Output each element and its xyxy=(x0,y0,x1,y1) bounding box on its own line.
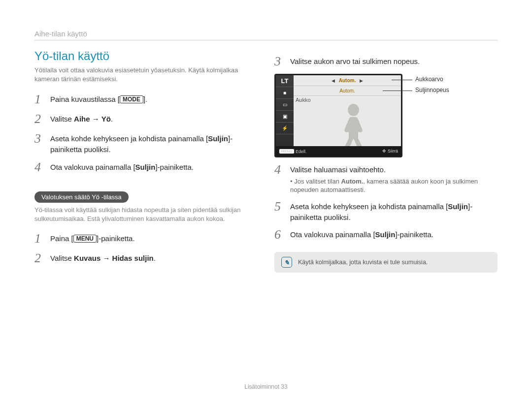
step-text: Valitse haluamasi vaihtoehto. • Jos vali… xyxy=(290,162,498,194)
step-text: Valitse Aihe → Yö. xyxy=(50,112,113,124)
shutter-value: Autom. xyxy=(294,86,401,96)
step-1b: 1 Paina [MENU]-painiketta. xyxy=(34,231,258,246)
left-column: Yö-tilan käyttö Yötilalla voit ottaa val… xyxy=(34,49,258,273)
step-text: Aseta kohde kehykseen ja kohdista painam… xyxy=(290,199,498,223)
step-text: Valitse Kuvaus → Hidas suljin. xyxy=(50,251,156,264)
subsection-pill: Valotuksen säätö Yö -tilassa xyxy=(34,191,129,203)
lcd-bottom-bar: MENU Edell. ✥ Siirrä xyxy=(276,146,401,156)
note-text: Käytä kolmijalkaa, jotta kuvista ei tule… xyxy=(298,259,428,266)
step-subnote: • Jos valitset tilan Autom., kamera säät… xyxy=(290,177,498,194)
lcd-top-row: ◀ Autom. ▶ xyxy=(294,75,401,86)
legend-line-1 xyxy=(392,80,412,80)
camera-lcd: LT ■ ▭ ▣ ⚡ ◀ Autom. ▶ xyxy=(274,74,402,157)
step-3r: 3 Valitse aukon arvo tai sulkimen nopeus… xyxy=(274,54,498,69)
lt-badge: LT xyxy=(276,75,294,87)
info-icon: ✎ xyxy=(281,257,292,268)
legend-line-2 xyxy=(383,91,412,91)
legend-suljinnopeus: Suljinnopeus xyxy=(415,87,449,93)
step-number: 6 xyxy=(274,227,285,242)
chevron-right-icon: ▶ xyxy=(360,78,363,83)
step-1a: 1 Paina kuvaustilassa [MODE]. xyxy=(34,92,258,107)
step-number: 1 xyxy=(34,231,45,246)
step-4a: 4 Ota valokuva painamalla [Suljin]-paini… xyxy=(34,160,258,175)
lcd-side-icons: LT ■ ▭ ▣ ⚡ xyxy=(276,75,294,156)
step-2b: 2 Valitse Kuvaus → Hidas suljin. xyxy=(34,251,258,266)
step-text: Valitse aukon arvo tai sulkimen nopeus. xyxy=(290,54,420,67)
footer-page-number: 33 xyxy=(281,383,287,390)
edell-label: Edell. xyxy=(296,149,307,154)
breadcrumb: Aihe-tilan käyttö xyxy=(34,30,498,40)
step-number: 4 xyxy=(274,162,285,177)
step-6r: 6 Ota valokuva painamalla [Suljin]-paini… xyxy=(274,227,498,242)
mode-key: MODE xyxy=(120,95,143,103)
step-number: 2 xyxy=(34,112,45,126)
timer-icon: ▣ xyxy=(276,111,294,123)
step-number: 2 xyxy=(34,251,45,266)
step-text: Paina kuvaustilassa [MODE]. xyxy=(50,92,147,105)
step-2a: 2 Valitse Aihe → Yö. xyxy=(34,112,258,126)
siirra-label: Siirrä xyxy=(388,149,398,154)
two-columns: Yö-tilan käyttö Yötilalla voit ottaa val… xyxy=(34,49,498,273)
lcd-figure: LT ■ ▭ ▣ ⚡ ◀ Autom. ▶ xyxy=(274,74,498,157)
step-number: 1 xyxy=(34,92,45,107)
page-footer: Lisätoiminnot 33 xyxy=(0,383,532,390)
intro-text: Yötilalla voit ottaa valokuvia esiasetet… xyxy=(34,66,258,83)
lcd-second-row: Autom. xyxy=(294,86,401,96)
manual-page: Aihe-tilan käyttö Yö-tilan käyttö Yötila… xyxy=(0,0,532,401)
step-text: Ota valokuva painamalla [Suljin]-painike… xyxy=(290,227,433,240)
menu-key-small: MENU xyxy=(279,149,295,154)
step-text: Paina [MENU]-painiketta. xyxy=(50,231,135,244)
aperture-spinner: ◀ Autom. ▶ xyxy=(294,75,401,86)
step-3a: 3 Aseta kohde kehykseen ja kohdista pain… xyxy=(34,131,258,155)
section-heading: Yö-tilan käyttö xyxy=(34,49,258,63)
chevron-left-icon: ◀ xyxy=(332,78,335,83)
step-number: 4 xyxy=(34,160,45,175)
tip-note: ✎ Käytä kolmijalkaa, jotta kuvista ei tu… xyxy=(274,252,498,273)
menu-key: MENU xyxy=(73,235,97,243)
aperture-value: Autom. xyxy=(339,78,356,83)
legend-aukkoarvo: Aukkoarvo xyxy=(415,76,443,83)
step-text: Ota valokuva painamalla [Suljin]-painike… xyxy=(50,160,194,173)
subsection-text: Yö-tilassa voit käyttää sulkijan hidasta… xyxy=(34,206,258,223)
exposure-icon: ▭ xyxy=(276,99,294,111)
step-number: 3 xyxy=(274,54,285,69)
step-number: 3 xyxy=(34,131,45,146)
move-icon: ✥ xyxy=(382,149,386,154)
step-4r: 4 Valitse haluamasi vaihtoehto. • Jos va… xyxy=(274,162,498,194)
step-number: 5 xyxy=(274,199,285,214)
footer-section: Lisätoiminnot xyxy=(244,383,279,390)
step-5r: 5 Aseta kohde kehykseen ja kohdista pain… xyxy=(274,199,498,223)
flash-icon: ⚡ xyxy=(276,123,294,134)
record-icon: ■ xyxy=(276,87,294,99)
lcd-aukko-label: Aukko xyxy=(296,97,311,103)
right-column: 3 Valitse aukon arvo tai sulkimen nopeus… xyxy=(274,49,498,273)
step-text: Aseta kohde kehykseen ja kohdista painam… xyxy=(50,131,258,155)
